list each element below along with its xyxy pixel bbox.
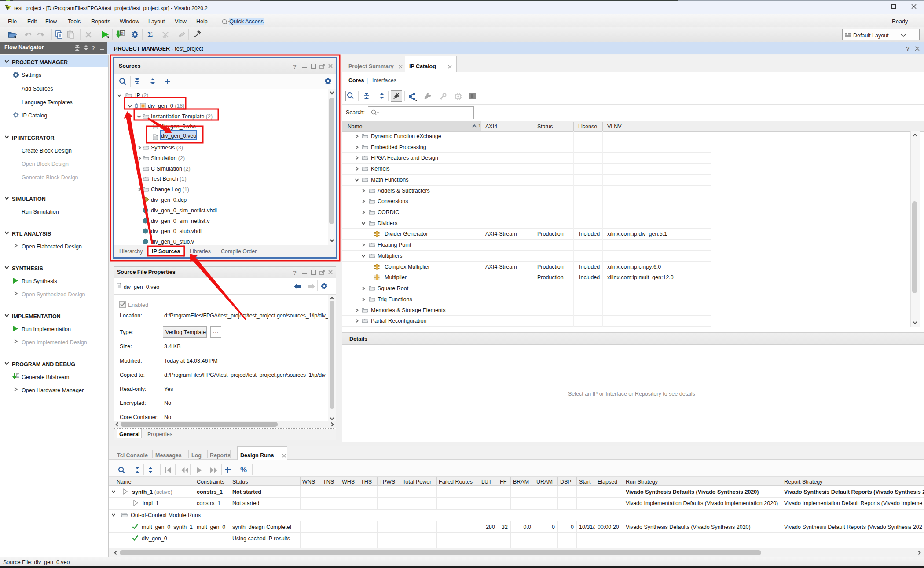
svg-text:10: 10: [17, 375, 19, 378]
svg-text:10: 10: [121, 33, 124, 35]
